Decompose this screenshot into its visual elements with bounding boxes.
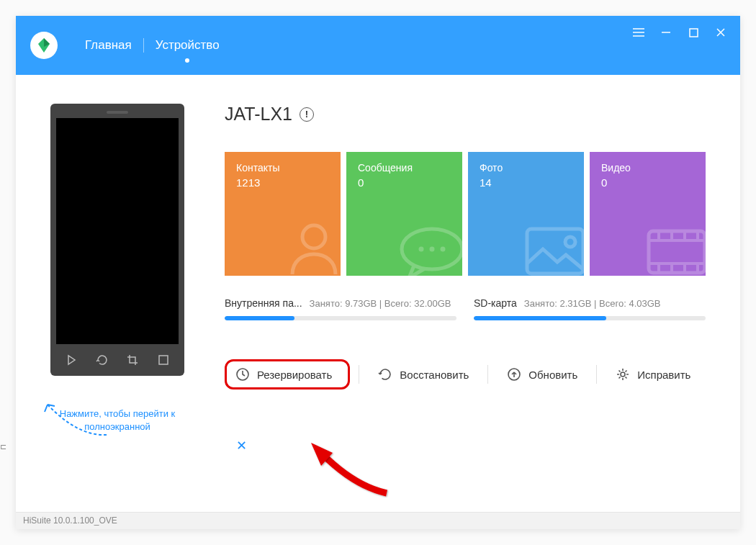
backup-icon: [235, 367, 250, 382]
nav-device[interactable]: Устройство: [144, 38, 231, 53]
restore-label: Восстановить: [400, 369, 469, 381]
phone-fullscreen-icon[interactable]: [156, 353, 171, 367]
close-hint-icon[interactable]: ✕: [236, 438, 247, 454]
update-icon: [507, 367, 521, 382]
tile-videos-count: 0: [601, 176, 694, 189]
storage-section: Внутренняя па... Занято: 9.73GB | Всего:…: [225, 297, 706, 320]
nav-active-indicator: [185, 58, 189, 63]
storage-sd-fill: [474, 316, 606, 320]
window-controls: [632, 26, 727, 39]
phone-speaker: [107, 111, 128, 114]
svg-rect-0: [690, 29, 698, 37]
device-name-text: JAT-LX1: [225, 104, 292, 125]
storage-internal-fill: [225, 316, 294, 320]
contacts-icon: [282, 217, 341, 276]
maximize-button[interactable]: [687, 26, 700, 39]
videos-icon: [643, 220, 706, 276]
tile-messages[interactable]: Сообщения 0: [346, 152, 462, 276]
version-text: HiSuite 10.0.1.100_OVE: [23, 515, 117, 526]
action-sep: [596, 365, 597, 384]
main-nav: Главная Устройство: [73, 38, 231, 53]
fix-label: Исправить: [637, 369, 690, 381]
svg-point-12: [621, 372, 625, 377]
action-sep: [359, 365, 359, 384]
action-buttons: Резервировать Восстановить Обновить: [225, 359, 706, 389]
nav-device-label: Устройство: [156, 38, 220, 52]
action-sep: [487, 365, 488, 384]
tile-photos-count: 14: [480, 176, 572, 189]
close-button[interactable]: [714, 26, 727, 39]
storage-internal: Внутренняя па... Занято: 9.73GB | Всего:…: [225, 297, 456, 320]
tile-photos[interactable]: Фото 14: [468, 152, 584, 276]
storage-sd: SD-карта Занято: 2.31GB | Всего: 4.03GB: [474, 297, 706, 320]
phone-screen[interactable]: [56, 118, 179, 344]
device-name-heading: JAT-LX1 !: [225, 104, 706, 125]
messages-icon: [396, 224, 462, 276]
update-button[interactable]: Обновить: [497, 360, 588, 389]
tile-messages-count: 0: [358, 176, 451, 189]
photos-icon: [521, 220, 584, 276]
svg-rect-1: [159, 356, 168, 364]
hint-arrow-annotation: [35, 399, 114, 442]
main-panel: JAT-LX1 ! Контакты 1213 Сообщения 0 Фото…: [225, 104, 706, 497]
content-area: Нажмите, чтобы перейти к полноэкранной J…: [16, 75, 740, 512]
phone-navbar: [56, 344, 179, 367]
phone-mockup: [50, 104, 184, 376]
gear-icon: [616, 367, 630, 382]
storage-internal-bar: [225, 316, 456, 320]
svg-point-8: [565, 237, 575, 247]
storage-internal-info: Занято: 9.73GB | Всего: 32.00GB: [310, 298, 451, 309]
storage-sd-bar: [474, 316, 706, 320]
tile-videos[interactable]: Видео 0: [590, 152, 706, 276]
category-tiles: Контакты 1213 Сообщения 0 Фото 14 Видео …: [225, 152, 706, 276]
app-window: Главная Устройство: [16, 16, 740, 529]
tile-contacts[interactable]: Контакты 1213: [225, 152, 341, 276]
restore-icon: [378, 367, 392, 382]
tile-messages-label: Сообщения: [358, 162, 451, 174]
phone-back-icon[interactable]: [64, 353, 78, 367]
backup-button[interactable]: Резервировать: [225, 359, 350, 389]
minimize-button[interactable]: [660, 26, 672, 39]
storage-sd-info: Занято: 2.31GB | Всего: 4.03GB: [524, 298, 661, 309]
tile-contacts-label: Контакты: [236, 162, 329, 174]
phone-refresh-icon[interactable]: [95, 353, 109, 367]
svg-point-4: [419, 247, 424, 252]
info-icon[interactable]: !: [300, 107, 314, 122]
titlebar: Главная Устройство: [16, 16, 740, 75]
tile-photos-label: Фото: [480, 162, 572, 174]
phone-crop-icon[interactable]: [125, 353, 140, 367]
storage-internal-name: Внутренняя па...: [225, 297, 302, 309]
backup-label: Резервировать: [257, 369, 332, 381]
status-bar: HiSuite 10.0.1.100_OVE: [16, 512, 740, 529]
tile-contacts-count: 1213: [236, 176, 329, 189]
svg-rect-7: [527, 229, 583, 274]
restore-button[interactable]: Восстановить: [368, 360, 479, 389]
side-marker: ⊏: [0, 442, 6, 451]
storage-sd-name: SD-карта: [474, 297, 517, 309]
app-logo: [30, 32, 58, 59]
menu-button[interactable]: [632, 26, 645, 39]
update-label: Обновить: [528, 369, 577, 381]
svg-point-6: [441, 247, 446, 252]
svg-point-2: [302, 225, 325, 248]
svg-point-5: [430, 247, 435, 252]
nav-home[interactable]: Главная: [73, 38, 143, 53]
fix-button[interactable]: Исправить: [606, 360, 701, 389]
tile-videos-label: Видео: [601, 162, 694, 174]
